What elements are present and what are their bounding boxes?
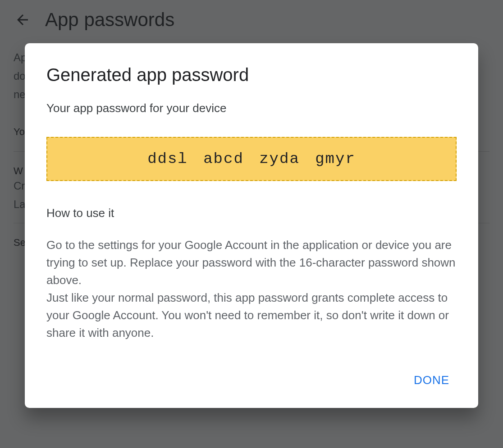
howto-text: Go to the settings for your Google Accou… (46, 236, 457, 342)
modal-title: Generated app password (46, 65, 457, 85)
generated-password-modal: Generated app password Your app password… (25, 43, 478, 408)
done-button[interactable]: DONE (407, 369, 457, 392)
modal-subtitle: Your app password for your device (46, 101, 457, 115)
howto-title: How to use it (46, 206, 457, 220)
generated-password-value[interactable]: ddsl abcd zyda gmyr (46, 137, 457, 181)
modal-footer: DONE (46, 360, 457, 392)
